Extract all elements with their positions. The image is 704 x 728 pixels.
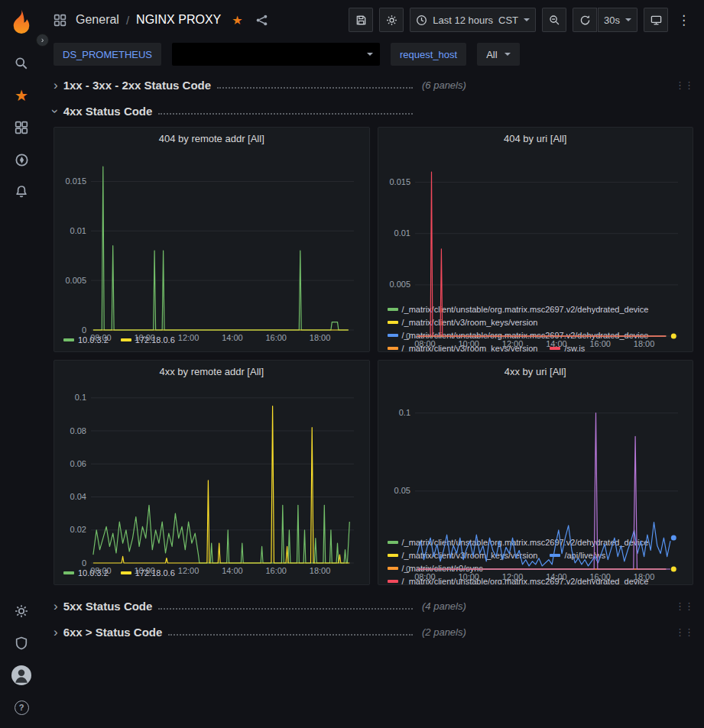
refresh-button[interactable] bbox=[573, 8, 597, 32]
svg-text:10:00: 10:00 bbox=[134, 333, 155, 342]
row-drag-handle-icon[interactable]: ⋮⋮ bbox=[675, 626, 693, 638]
svg-text:0: 0 bbox=[82, 558, 86, 568]
sidebar-item-dashboards[interactable] bbox=[5, 112, 38, 144]
svg-text:18:00: 18:00 bbox=[310, 333, 331, 342]
refresh-interval-dropdown[interactable]: 30s bbox=[598, 8, 637, 32]
svg-text:14:00: 14:00 bbox=[546, 572, 567, 581]
variable-request-host-label[interactable]: request_host bbox=[391, 43, 466, 66]
row-5xx-status-code[interactable]: › 5xx Status Code (4 panels) ⋮⋮ bbox=[54, 596, 693, 616]
svg-text:0.015: 0.015 bbox=[389, 177, 410, 186]
kebab-menu-button[interactable]: ⋮ bbox=[674, 12, 693, 28]
shield-icon bbox=[15, 636, 28, 650]
zoom-out-icon bbox=[549, 15, 560, 26]
svg-text:0.08: 0.08 bbox=[70, 426, 86, 435]
svg-text:16:00: 16:00 bbox=[265, 333, 287, 342]
panel-grid: 404 by remote addr [All] 00.0050.010.015… bbox=[54, 127, 693, 585]
chart-svg: 00.050.108:0010:0012:0014:0016:0018:00 bbox=[383, 382, 689, 583]
svg-text:0.015: 0.015 bbox=[65, 176, 86, 186]
chart-plot[interactable]: 00.0050.010.01508:0010:0012:0014:0016:00… bbox=[383, 149, 689, 303]
chart-svg: 00.0050.010.01508:0010:0012:0014:0016:00… bbox=[383, 149, 689, 350]
row-title: 1xx - 3xx - 2xx Status Code bbox=[63, 79, 211, 92]
svg-text:16:00: 16:00 bbox=[589, 572, 611, 581]
grafana-logo[interactable] bbox=[5, 5, 38, 40]
row-panel-count: (4 panels) bbox=[422, 600, 466, 612]
favorite-star-icon[interactable]: ★ bbox=[232, 13, 242, 28]
panel-title[interactable]: 404 by remote addr [All] bbox=[54, 128, 369, 149]
variable-ds-prometheus-dropdown[interactable] bbox=[172, 43, 380, 66]
panel-404-by-uri: 404 by uri [All] 00.0050.010.01508:0010:… bbox=[378, 127, 694, 352]
row-panel-count: (6 panels) bbox=[422, 79, 466, 91]
sidebar-item-server-admin[interactable] bbox=[5, 627, 38, 659]
dashboard-header: General / NGINX PROXY ★ bbox=[43, 0, 704, 40]
compass-icon bbox=[15, 153, 29, 167]
row-drag-handle-icon[interactable]: ⋮⋮ bbox=[675, 79, 693, 91]
svg-text:0.05: 0.05 bbox=[394, 486, 410, 495]
svg-text:12:00: 12:00 bbox=[501, 339, 523, 348]
svg-text:0.06: 0.06 bbox=[70, 459, 86, 468]
panel-title[interactable]: 4xx by remote addr [All] bbox=[54, 361, 369, 382]
star-icon: ★ bbox=[15, 86, 28, 105]
breadcrumb-folder[interactable]: General bbox=[76, 13, 119, 27]
panel-4xx-by-remote-addr: 4xx by remote addr [All] 00.020.040.060.… bbox=[54, 360, 370, 585]
dotted-leader bbox=[168, 634, 413, 636]
svg-text:0.005: 0.005 bbox=[389, 280, 410, 289]
svg-text:12:00: 12:00 bbox=[178, 566, 200, 575]
svg-text:0: 0 bbox=[405, 565, 410, 574]
dotted-leader bbox=[158, 608, 413, 610]
svg-text:0: 0 bbox=[82, 325, 86, 335]
chevron-right-icon: › bbox=[54, 79, 58, 92]
sidebar-item-help[interactable]: ? bbox=[5, 691, 38, 723]
svg-text:08:00: 08:00 bbox=[414, 339, 436, 348]
chart-plot[interactable]: 00.0050.010.01508:0010:0012:0014:0016:00… bbox=[59, 149, 365, 333]
chevron-right-icon: › bbox=[41, 36, 44, 44]
svg-text:08:00: 08:00 bbox=[90, 333, 112, 342]
sidebar-expand-button[interactable]: › bbox=[36, 34, 49, 47]
zoom-out-button[interactable] bbox=[542, 8, 566, 32]
tv-mode-button[interactable] bbox=[644, 8, 668, 32]
time-range-label: Last 12 hours bbox=[433, 15, 493, 26]
avatar bbox=[11, 665, 31, 685]
chart-svg: 00.0050.010.01508:0010:0012:0014:0016:00… bbox=[59, 149, 365, 344]
sidebar-item-configuration[interactable] bbox=[5, 595, 38, 627]
breadcrumb-separator: / bbox=[126, 14, 129, 27]
panel-4xx-by-uri: 4xx by uri [All] 00.050.108:0010:0012:00… bbox=[378, 360, 694, 585]
variable-ds-prometheus-label[interactable]: DS_PROMETHEUS bbox=[54, 43, 161, 66]
row-1xx-3xx-2xx-status-code[interactable]: › 1xx - 3xx - 2xx Status Code (6 panels)… bbox=[54, 75, 693, 95]
sidebar-item-search[interactable] bbox=[5, 47, 38, 79]
help-icon: ? bbox=[15, 700, 29, 715]
monitor-icon bbox=[650, 15, 662, 26]
row-title: 4xx Status Code bbox=[63, 105, 153, 118]
panel-title[interactable]: 404 by uri [All] bbox=[378, 128, 693, 149]
search-icon bbox=[15, 57, 28, 70]
svg-text:08:00: 08:00 bbox=[414, 572, 436, 581]
sidebar-item-explore[interactable] bbox=[5, 144, 38, 176]
row-drag-handle-icon[interactable]: ⋮⋮ bbox=[675, 600, 693, 612]
chevron-down-icon bbox=[367, 53, 373, 56]
variable-request-host-dropdown[interactable]: All bbox=[477, 43, 519, 66]
dashboard-title[interactable]: NGINX PROXY bbox=[136, 13, 221, 27]
chart-plot[interactable]: 00.020.040.060.080.108:0010:0012:0014:00… bbox=[59, 382, 365, 566]
svg-text:0.1: 0.1 bbox=[398, 408, 410, 417]
refresh-icon bbox=[579, 15, 591, 26]
sidebar-item-profile[interactable] bbox=[5, 659, 38, 691]
svg-text:0.1: 0.1 bbox=[75, 393, 86, 402]
row-head: › 4xx Status Code bbox=[54, 105, 419, 118]
sidebar-item-alerting[interactable] bbox=[5, 176, 38, 208]
time-range-picker[interactable]: Last 12 hours CST bbox=[410, 8, 536, 32]
save-icon bbox=[355, 15, 367, 26]
chevron-down-icon: › bbox=[49, 108, 62, 113]
save-dashboard-button[interactable] bbox=[349, 8, 373, 32]
dashboard-settings-button[interactable] bbox=[379, 8, 404, 32]
row-4xx-status-code[interactable]: › 4xx Status Code bbox=[54, 101, 693, 121]
sidebar-item-starred[interactable]: ★ bbox=[5, 79, 38, 112]
dashboard-content: › 1xx - 3xx - 2xx Status Code (6 panels)… bbox=[54, 69, 693, 648]
clock-icon bbox=[416, 15, 427, 26]
row-6xx-status-code[interactable]: › 6xx > Status Code (2 panels) ⋮⋮ bbox=[54, 622, 693, 642]
panel-title[interactable]: 4xx by uri [All] bbox=[378, 361, 693, 382]
row-head: › 1xx - 3xx - 2xx Status Code bbox=[54, 79, 419, 92]
chart-plot[interactable]: 00.050.108:0010:0012:0014:0016:0018:00 bbox=[383, 382, 689, 535]
share-icon[interactable] bbox=[255, 14, 268, 27]
variable-request-host-value: All bbox=[486, 49, 497, 60]
svg-text:14:00: 14:00 bbox=[222, 566, 243, 575]
chevron-down-icon bbox=[504, 53, 511, 56]
